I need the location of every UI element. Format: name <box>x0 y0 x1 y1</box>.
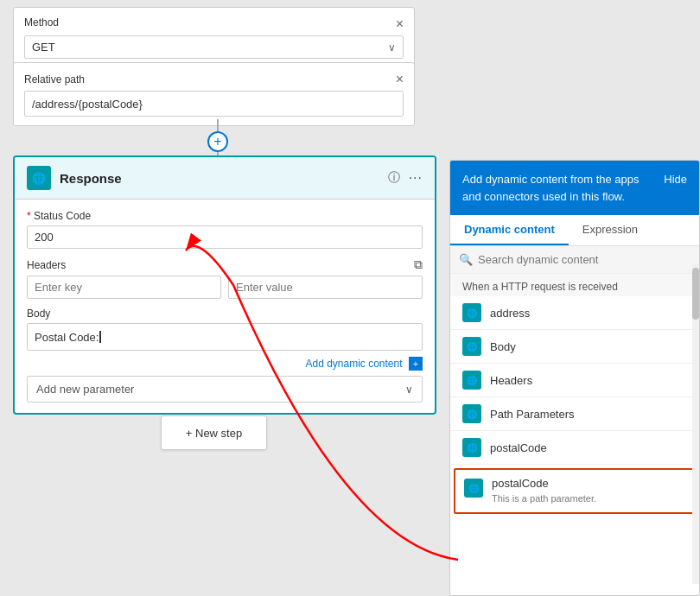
new-step-label: + New step <box>186 427 242 440</box>
dynamic-search-icon: 🔍 <box>459 253 473 266</box>
response-card: 🌐 Response ⓘ ··· * Status Code Headers ⧉ <box>13 155 436 415</box>
postalcode1-item-label: postalCode <box>490 441 547 454</box>
status-code-label: * Status Code <box>27 210 423 222</box>
body-cursor <box>99 331 101 343</box>
add-new-param-dropdown[interactable]: Add new parameter ∨ <box>27 376 423 403</box>
response-card-info-icon[interactable]: ⓘ <box>388 170 400 186</box>
headers-group: Headers ⧉ <box>27 257 423 299</box>
postalcode2-item-label: postalCode <box>492 477 596 490</box>
method-label: Method <box>24 16 59 29</box>
postalcode2-item-icon: 🌐 <box>464 479 483 498</box>
postalcode2-item-sub: This is a path parameter. <box>492 493 596 504</box>
dynamic-panel-header-text: Add dynamic content from the apps and co… <box>462 171 655 205</box>
response-card-header: 🌐 Response ⓘ ··· <box>15 157 435 200</box>
add-step-plus-button[interactable]: + <box>207 131 228 152</box>
dynamic-section-label: When a HTTP request is received <box>450 274 699 296</box>
main-canvas: Method × GET ∨ Relative path × /address/… <box>0 0 700 596</box>
dynamic-item-body[interactable]: 🌐 Body <box>450 330 699 364</box>
status-code-input[interactable] <box>27 225 423 249</box>
tab-dynamic-content[interactable]: Dynamic content <box>450 215 569 245</box>
scrollbar-track[interactable] <box>692 264 699 584</box>
body-label: Body <box>27 308 423 320</box>
dynamic-item-postalcode-2-highlighted[interactable]: 🌐 postalCode This is a path parameter. <box>454 468 696 514</box>
add-dynamic-content-link[interactable]: Add dynamic content <box>305 358 402 370</box>
postalcode2-item-content: postalCode This is a path parameter. <box>492 477 596 505</box>
address-item-label: address <box>490 307 530 320</box>
dynamic-search-input[interactable] <box>478 253 690 266</box>
add-dynamic-plus-icon[interactable]: + <box>409 357 423 371</box>
headers-key-input[interactable] <box>27 276 221 299</box>
dynamic-content-panel: Add dynamic content from the apps and co… <box>449 160 700 596</box>
path-params-item-label: Path Parameters <box>490 408 575 421</box>
add-new-param-label: Add new parameter <box>36 383 134 396</box>
method-close-icon[interactable]: × <box>396 16 404 32</box>
address-item-icon: 🌐 <box>462 303 481 322</box>
headers-item-icon: 🌐 <box>462 371 481 390</box>
dynamic-item-headers[interactable]: 🌐 Headers <box>450 364 699 397</box>
dynamic-item-address[interactable]: 🌐 address <box>450 296 699 330</box>
dynamic-panel-header: Add dynamic content from the apps and co… <box>450 161 699 215</box>
relative-path-block: Relative path × /address/{postalCode} <box>13 62 415 126</box>
add-dynamic-content-row: Add dynamic content + <box>27 355 423 371</box>
response-card-body: * Status Code Headers ⧉ Body Postal Code… <box>15 200 435 413</box>
method-block: Method × GET ∨ <box>13 7 415 68</box>
dynamic-content-list: When a HTTP request is received 🌐 addres… <box>450 274 699 595</box>
body-item-label: Body <box>490 340 516 353</box>
connector-line-top <box>217 119 219 131</box>
dynamic-search-box: 🔍 <box>450 246 699 274</box>
dynamic-tabs: Dynamic content Expression <box>450 215 699 246</box>
headers-value-input[interactable] <box>228 276 423 299</box>
scrollbar-thumb[interactable] <box>692 268 699 320</box>
relative-path-label: Relative path <box>24 73 85 86</box>
method-chevron-icon[interactable]: ∨ <box>388 41 396 54</box>
tab-expression[interactable]: Expression <box>569 215 652 245</box>
body-item-icon: 🌐 <box>462 337 481 356</box>
body-group: Body Postal Code: Add dynamic content + <box>27 308 423 371</box>
postalcode1-item-icon: 🌐 <box>462 438 481 457</box>
status-code-group: * Status Code <box>27 210 423 249</box>
dynamic-item-path-parameters[interactable]: 🌐 Path Parameters <box>450 397 699 431</box>
body-input-field[interactable]: Postal Code: <box>27 323 423 351</box>
relative-path-value: /address/{postalCode} <box>32 98 143 111</box>
body-value: Postal Code: <box>35 331 99 344</box>
dynamic-item-postalcode-1[interactable]: 🌐 postalCode <box>450 431 699 465</box>
method-value: GET <box>32 41 388 54</box>
response-card-title: Response <box>60 171 379 186</box>
new-step-button[interactable]: + New step <box>161 415 267 450</box>
path-params-item-icon: 🌐 <box>462 404 481 423</box>
add-new-param-chevron-icon: ∨ <box>405 384 413 396</box>
headers-label: Headers <box>27 259 66 271</box>
response-card-icon: 🌐 <box>27 166 51 190</box>
dynamic-panel-hide-link[interactable]: Hide <box>664 171 687 188</box>
response-card-more-icon[interactable]: ··· <box>409 170 423 186</box>
relative-path-close-icon[interactable]: × <box>396 72 404 87</box>
headers-copy-icon[interactable]: ⧉ <box>414 257 423 272</box>
headers-item-label: Headers <box>490 374 532 387</box>
